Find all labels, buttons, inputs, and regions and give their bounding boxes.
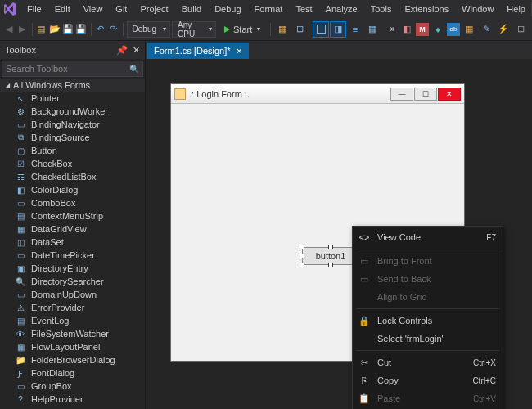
nav-fwd-icon[interactable]: ▶ — [16, 21, 28, 38]
undo-icon[interactable]: ↶ — [94, 21, 106, 38]
control-icon: ⧉ — [15, 132, 26, 143]
toolbox-item[interactable]: ↖Pointer — [0, 92, 145, 105]
toolbox-item[interactable]: ▢Button — [0, 144, 145, 157]
menu-project[interactable]: Project — [134, 2, 174, 16]
ctx-view-code[interactable]: <>View CodeF7 — [353, 228, 503, 246]
control-icon: ☑ — [15, 158, 26, 169]
menu-build[interactable]: Build — [176, 2, 207, 16]
toolbox-item[interactable]: ▭DomainUpDown — [0, 288, 145, 301]
vs-logo-icon — [3, 0, 16, 18]
pin-icon[interactable]: 📌 — [116, 45, 128, 56]
layout-icon[interactable]: ◨ — [330, 21, 346, 38]
toolbox-item[interactable]: ?HelpProvider — [0, 393, 145, 406]
config-combo[interactable]: Debug — [127, 21, 170, 38]
control-icon: 📁 — [15, 354, 26, 366]
toolbox-item[interactable]: ƑFontDialog — [0, 366, 145, 380]
menu-view[interactable]: View — [78, 2, 109, 16]
toolbox-item[interactable]: ⚙BackgroundWorker — [0, 105, 145, 118]
nav-back-icon[interactable]: ◀ — [3, 21, 15, 38]
grid-icon[interactable]: ▦ — [364, 21, 381, 38]
menu-analyze[interactable]: Analyze — [320, 2, 363, 16]
menu-debug[interactable]: Debug — [209, 2, 246, 16]
tool-icon[interactable]: ⊞ — [291, 21, 308, 38]
toolbox-item[interactable]: 🔍DirectorySearcher — [0, 275, 145, 288]
titlebar: FileEditViewGitProjectBuildDebugFormatTe… — [0, 0, 532, 18]
ctx-select-frmlogin-[interactable]: Select 'frmLogin' — [353, 330, 503, 348]
layout-icon[interactable] — [313, 21, 329, 38]
save-all-icon[interactable]: 💾 — [75, 21, 87, 38]
play-icon — [224, 26, 230, 33]
toolbox-item[interactable]: ◫DataSet — [0, 236, 145, 249]
resize-handle[interactable] — [328, 263, 333, 267]
toolbox-item[interactable]: ▤EventLog — [0, 314, 145, 327]
menu-file[interactable]: File — [21, 2, 47, 16]
ctx-lock-controls[interactable]: 🔒Lock Controls — [353, 312, 503, 330]
toolbox-item[interactable]: ▦FlowLayoutPanel — [0, 340, 145, 353]
tab-form1-design[interactable]: Form1.cs [Design]* ✕ — [147, 43, 249, 59]
tab-icon[interactable]: ⇥ — [381, 21, 398, 38]
menu-edit[interactable]: Edit — [49, 2, 76, 16]
menu-test[interactable]: Test — [290, 2, 318, 16]
menu-git[interactable]: Git — [110, 2, 133, 16]
platform-combo[interactable]: Any CPU — [172, 21, 216, 38]
resize-handle[interactable] — [300, 245, 304, 249]
tool-icon[interactable]: ▦ — [274, 21, 291, 38]
control-icon: ▭ — [15, 119, 26, 130]
open-file-icon[interactable]: 📂 — [49, 21, 61, 38]
toolbox-item[interactable]: ☶CheckedListBox — [0, 170, 145, 183]
toolbox-item[interactable]: ◧ColorDialog — [0, 183, 145, 196]
menubar: FileEditViewGitProjectBuildDebugFormatTe… — [16, 2, 531, 16]
toolbox-item[interactable]: ▭GroupBox — [0, 380, 145, 393]
ctx-cut[interactable]: ✂CutCtrl+X — [353, 353, 503, 371]
control-icon: ▭ — [15, 289, 26, 300]
menu-help[interactable]: Help — [501, 2, 531, 16]
toolbox-item[interactable]: ↔HScrollBar — [0, 406, 145, 409]
ext-icon[interactable]: ✎ — [478, 21, 494, 38]
resize-handle[interactable] — [300, 263, 304, 267]
tool-icon[interactable]: ◧ — [399, 21, 415, 38]
align-icon[interactable]: ≡ — [347, 21, 363, 38]
new-file-icon[interactable]: ▤ — [35, 21, 47, 38]
form-titlebar: .: Login Form :. — ☐ ✕ — [171, 84, 464, 104]
ext-icon[interactable]: ⚡ — [495, 21, 512, 38]
ctx-copy[interactable]: ⎘CopyCtrl+C — [353, 371, 503, 389]
menu-format[interactable]: Format — [249, 2, 289, 16]
resize-handle[interactable] — [328, 245, 333, 249]
close-icon[interactable]: ✕ — [133, 45, 140, 56]
toolbox-item[interactable]: ▦DataGridView — [0, 222, 145, 236]
menu-extensions[interactable]: Extensions — [399, 2, 454, 16]
menu-tools[interactable]: Tools — [365, 2, 398, 16]
control-icon: Ƒ — [15, 367, 26, 379]
toolbox-search-input[interactable]: Search Toolbox 🔍 — [2, 61, 143, 77]
menu-window[interactable]: Window — [456, 2, 499, 16]
resize-handle[interactable] — [300, 254, 304, 258]
toolbox-item[interactable]: ▭ComboBox — [0, 196, 145, 209]
toolbox-item[interactable]: ▭DateTimePicker — [0, 249, 145, 262]
start-debug-button[interactable]: Start▾ — [218, 21, 267, 38]
toolbox-category[interactable]: ◢ All Windows Forms — [0, 79, 145, 92]
toolbox-item[interactable]: 👁FileSystemWatcher — [0, 327, 145, 340]
control-icon: ▣ — [15, 263, 26, 274]
toolbox-item[interactable]: ⧉BindingSource — [0, 131, 145, 144]
redo-icon[interactable]: ↷ — [108, 21, 119, 38]
main-toolbar: ◀ ▶ ▤ 📂 💾 💾 ↶ ↷ Debug Any CPU Start▾ ▦ ⊞… — [0, 18, 532, 41]
control-icon: 🔍 — [15, 276, 26, 287]
toolbox-item[interactable]: ▤ContextMenuStrip — [0, 209, 145, 222]
ext-icon[interactable]: ▦ — [461, 21, 477, 38]
toolbox-item[interactable]: ▭BindingNavigator — [0, 118, 145, 131]
designer-button1[interactable]: button1 — [302, 247, 359, 265]
control-icon: ⚠ — [15, 302, 26, 313]
close-icon[interactable]: ✕ — [236, 47, 242, 56]
save-icon[interactable]: 💾 — [62, 21, 74, 38]
toolbox-item[interactable]: ⚠ErrorProvider — [0, 301, 145, 314]
ext-icon[interactable]: M — [416, 23, 429, 36]
toolbox-item[interactable]: ▣DirectoryEntry — [0, 262, 145, 275]
control-icon: ⚙ — [15, 106, 26, 117]
ext-icon[interactable]: ⊞ — [512, 21, 529, 38]
ext-icon[interactable]: ♦ — [430, 21, 446, 38]
toolbox-item[interactable]: ☑CheckBox — [0, 157, 145, 170]
minimize-icon: — — [390, 88, 413, 101]
ext-icon[interactable]: ab — [447, 23, 460, 36]
toolbox-item[interactable]: 📁FolderBrowserDialog — [0, 353, 145, 366]
control-icon: ▦ — [15, 223, 26, 235]
